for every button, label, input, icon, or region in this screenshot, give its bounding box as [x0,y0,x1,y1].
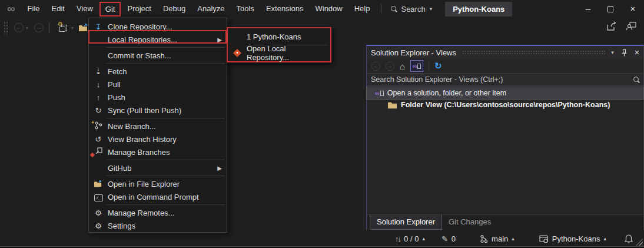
menuitem-clone-repository[interactable]: ↧ Clone Repository... [89,20,227,33]
git-sync-status[interactable]: ↑↓ 0 / 0 ▴ [395,234,425,243]
minimize-button[interactable]: – [577,0,599,18]
current-branch-status[interactable]: main ▴ [479,234,514,243]
menuitem-label: Local Repositories... [108,35,217,44]
tab-git-changes[interactable]: Git Changes [442,215,497,229]
menuitem-manage-branches[interactable]: Manage Branches [89,146,227,158]
document-mini-icon [417,64,421,69]
menuitem-label: GitHub [108,164,217,173]
menu-help[interactable]: Help [348,0,376,18]
git-menu-dropdown: ↧ Clone Repository... Local Repositories… [88,18,227,233]
vs-solution-icon: ∞ [375,90,384,97]
panel-title-bar[interactable]: Solution Explorer - Views ▾ × [367,46,643,59]
menu-tools[interactable]: Tools [231,0,260,18]
menuitem-pull[interactable]: ↓ Pull [89,78,227,91]
menu-view[interactable]: View [71,0,99,18]
menuitem-github[interactable]: GitHub ▶ [89,161,227,174]
submenu-arrow-icon: ▶ [217,37,227,43]
search-placeholder: Search Solution Explorer - Views (Ctrl+;… [371,75,633,84]
submenuitem-label: 1 Python-Koans [247,32,301,41]
menuitem-view-branch-history[interactable]: ↺ View Branch History [89,133,227,146]
chevron-up-icon: ▴ [422,236,425,242]
panel-toolbar: ← → ⌂ ∞ ↻ [367,59,643,74]
new-branch-icon: + [89,121,108,131]
panel-close-icon[interactable]: × [635,48,639,57]
share-icon[interactable] [606,21,618,31]
panel-drag-grip[interactable] [462,49,605,55]
menuitem-new-branch[interactable]: + New Branch... [89,120,227,133]
pending-edits-count: 0 [452,234,456,243]
solution-search-box[interactable]: Search Solution Explorer - Views (Ctrl+;… [367,74,643,86]
submenuitem-open-local-repository[interactable]: Open Local Repository... [228,46,330,61]
clone-repository-icon: ↧ [89,22,108,31]
new-project-button[interactable]: ⚙ [58,23,69,32]
back-history-chevron-icon[interactable]: ▾ [26,25,28,31]
solution-name-badge[interactable]: Python-Koans [445,2,512,16]
open-folder-icon [78,24,89,32]
tree-row-folder-view[interactable]: Folder View (C:\Users\contoso\source\rep… [367,99,643,111]
navigate-forward-button[interactable]: → [34,23,44,32]
menu-extensions[interactable]: Extensions [260,0,310,18]
menu-project[interactable]: Project [121,0,157,18]
push-icon: ↑ [89,93,108,102]
notifications-bell-icon[interactable] [624,234,633,244]
menu-window[interactable]: Window [309,0,348,18]
menuitem-label: Manage Branches [108,148,227,157]
menu-file[interactable]: File [22,0,46,18]
menuitem-fetch[interactable]: ⇣ Fetch [89,65,227,78]
folder-icon [388,101,397,109]
sparkle-accent: + [91,120,94,125]
panel-title: Solution Explorer - Views [371,48,456,57]
sync-count: 0 / 0 [404,234,419,243]
menuitem-sync[interactable]: ↻ Sync (Pull then Push) [89,104,227,117]
menu-edit[interactable]: Edit [46,0,71,18]
menu-separator [107,63,225,64]
menuitem-label: Open in File Explorer [108,180,227,189]
history-icon: ↺ [89,135,108,144]
menu-analyze[interactable]: Analyze [191,0,230,18]
panel-back-button[interactable]: ← [371,62,380,71]
feedback-icon[interactable] [626,21,637,31]
menuitem-manage-remotes[interactable]: ⚙ Manage Remotes... [89,206,227,219]
solution-explorer-panel: Solution Explorer - Views ▾ × ← → ⌂ ∞ ↻ … [366,45,644,230]
menuitem-settings[interactable]: ⚙ Settings [89,219,227,232]
menuitem-local-repositories[interactable]: Local Repositories... ▶ [89,33,227,46]
open-folder-icon [89,180,108,188]
solution-tree: ∞ Open a solution, folder, or other item… [367,86,643,214]
search-control[interactable]: Search ▾ [387,5,436,14]
local-repo-icon [228,49,247,58]
pending-edits-status[interactable]: ✎ 0 [441,234,456,243]
repository-icon [539,234,549,243]
refresh-icon[interactable]: ↻ [434,61,442,71]
menuitem-commit-or-stash[interactable]: Commit or Stash... [89,49,227,62]
tab-solution-explorer[interactable]: Solution Explorer [370,215,442,230]
menu-debug[interactable]: Debug [157,0,191,18]
close-button[interactable]: × [622,0,644,18]
navigate-back-button[interactable]: ← [14,23,24,32]
current-repository-status[interactable]: Python-Koans ▴ [539,234,606,243]
local-repositories-submenu: 1 Python-Koans Open Local Repository... [227,27,331,62]
tree-row-open-solution[interactable]: ∞ Open a solution, folder, or other item [367,87,643,99]
menuitem-open-in-file-explorer[interactable]: Open in File Explorer [89,177,227,190]
maximize-button[interactable] [599,0,622,18]
menuitem-open-in-command-prompt[interactable]: >_ Open in Command Prompt [89,190,227,203]
pin-icon[interactable] [621,49,628,57]
menuitem-push[interactable]: ↑ Push [89,91,227,104]
toolbar-grip[interactable] [4,21,8,34]
submenuitem-python-koans[interactable]: 1 Python-Koans [228,29,330,44]
search-icon[interactable] [633,77,639,83]
submenuitem-label: Open Local Repository... [247,44,330,62]
open-folder-button[interactable] [78,24,89,32]
new-project-chevron-icon[interactable]: ▾ [71,25,74,31]
menu-git[interactable]: Git [99,2,121,16]
home-icon[interactable]: ⌂ [400,61,405,71]
pencil-icon: ✎ [441,234,448,243]
tree-row-label: Folder View (C:\Users\contoso\source\rep… [401,101,610,109]
menuitem-label: Pull [108,80,227,89]
window-position-chevron-icon[interactable]: ▾ [611,49,614,55]
panel-forward-button[interactable]: → [386,62,394,71]
menu-separator [107,176,225,176]
toolbar-separator [429,62,429,70]
fetch-icon: ⇣ [89,67,108,76]
branch-name: main [492,234,508,243]
switch-views-button[interactable]: ∞ [410,60,423,72]
